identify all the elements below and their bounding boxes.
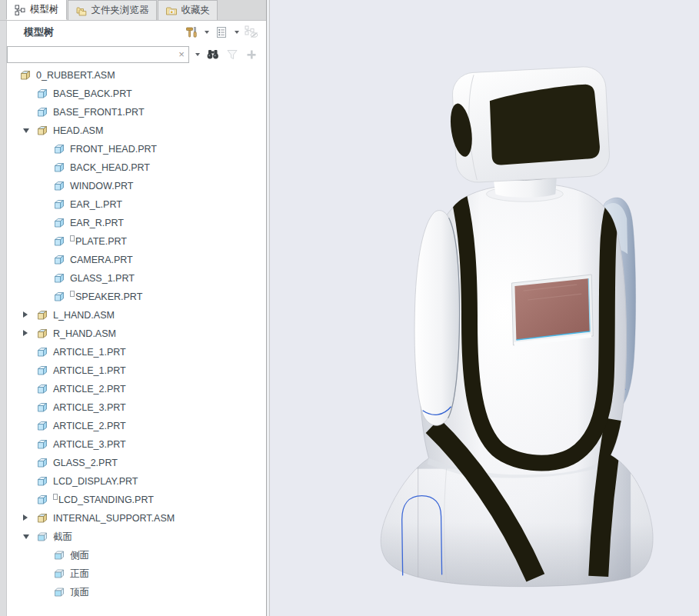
clear-search-icon[interactable]: × bbox=[175, 47, 188, 62]
tree-item[interactable]: ARTICLE_3.PRT bbox=[7, 435, 261, 454]
tree-item[interactable]: 截面 bbox=[7, 528, 261, 546]
tree-item-label: INTERNAL_SUPPORT.ASM bbox=[53, 513, 175, 524]
tree-item-label: PLATE.PRT bbox=[75, 236, 127, 247]
tree-item-label: 截面 bbox=[53, 531, 72, 544]
tree-item-label: BASE_BACK.PRT bbox=[53, 88, 132, 99]
tree-item[interactable]: LCD_STANDING.PRT bbox=[7, 491, 261, 509]
tools-dropdown-caret[interactable] bbox=[201, 24, 211, 41]
tab-favorites[interactable]: 收藏夹 bbox=[158, 0, 218, 20]
expand-arrow[interactable] bbox=[23, 128, 29, 133]
tree-item-label: GLASS_2.PRT bbox=[53, 458, 118, 468]
tree-item-label: BACK_HEAD.PRT bbox=[70, 162, 150, 173]
tree-item[interactable]: BACK_HEAD.PRT bbox=[7, 158, 261, 177]
tree-item[interactable]: 侧面 bbox=[7, 546, 261, 564]
assembly-icon bbox=[19, 69, 32, 82]
part-icon bbox=[36, 494, 48, 506]
tree-item-label: EAR_L.PRT bbox=[70, 199, 122, 210]
tree-item-label: ARTICLE_2.PRT bbox=[53, 384, 126, 395]
search-input[interactable] bbox=[8, 48, 175, 62]
tree-item[interactable]: L_HAND.ASM bbox=[7, 306, 261, 325]
robot-chest-screen bbox=[511, 275, 593, 347]
tree-item[interactable]: SPEAKER.PRT bbox=[7, 288, 261, 306]
tree-item[interactable]: ARTICLE_2.PRT bbox=[7, 380, 261, 398]
tree-item[interactable]: INTERNAL_SUPPORT.ASM bbox=[7, 509, 261, 528]
tree-item[interactable]: EAR_R.PRT bbox=[7, 214, 261, 232]
tree-item[interactable]: ARTICLE_2.PRT bbox=[7, 417, 261, 435]
tree-item-label: ARTICLE_3.PRT bbox=[53, 402, 126, 413]
tree-item[interactable]: PLATE.PRT bbox=[7, 232, 261, 251]
tree-item-label: LCD_STANDING.PRT bbox=[58, 494, 154, 505]
tree-item-label: ARTICLE_1.PRT bbox=[53, 365, 126, 376]
settings-list-icon[interactable] bbox=[213, 24, 230, 41]
tree-item[interactable]: HEAD.ASM bbox=[7, 122, 261, 140]
model-tree-panel: 模型树 文件夹浏览器 bbox=[0, 0, 266, 616]
folder-browser-icon bbox=[75, 5, 88, 17]
tree-item-label: LCD_DISPLAY.PRT bbox=[53, 476, 138, 487]
hidden-marker bbox=[53, 494, 58, 500]
panel-header: 模型树 bbox=[7, 21, 266, 44]
tab-folder-browser[interactable]: 文件夹浏览器 bbox=[68, 0, 157, 20]
panel-tab-bar: 模型树 文件夹浏览器 bbox=[0, 0, 266, 21]
tree-item-label: L_HAND.ASM bbox=[53, 310, 115, 321]
expand-arrow[interactable] bbox=[23, 330, 28, 336]
part-icon bbox=[36, 88, 48, 100]
assembly-icon bbox=[36, 309, 48, 321]
search-dropdown-caret[interactable] bbox=[192, 46, 202, 63]
tree-item-label: 正面 bbox=[70, 568, 89, 581]
expand-arrow[interactable] bbox=[23, 534, 29, 539]
part-icon bbox=[36, 457, 48, 469]
tree-item[interactable]: GLASS_1.PRT bbox=[7, 269, 261, 288]
expand-arrow[interactable] bbox=[23, 311, 28, 318]
tree-item[interactable]: CAMERA.PRT bbox=[7, 251, 261, 269]
tree-item[interactable]: GLASS_2.PRT bbox=[7, 454, 261, 472]
expand-arrow[interactable] bbox=[23, 514, 28, 521]
tree-item[interactable]: WINDOW.PRT bbox=[7, 177, 261, 195]
model-tree-icon bbox=[14, 4, 26, 16]
tree-item-label: ARTICLE_2.PRT bbox=[53, 421, 126, 431]
tree-item[interactable]: FRONT_HEAD.PRT bbox=[7, 140, 261, 158]
tree-item[interactable]: ARTICLE_1.PRT bbox=[7, 343, 261, 361]
tree-item[interactable]: LCD_DISPLAY.PRT bbox=[7, 472, 261, 491]
tools-icon[interactable] bbox=[183, 24, 200, 41]
part-icon bbox=[36, 346, 48, 358]
search-row: × bbox=[7, 44, 266, 65]
tab-label: 模型树 bbox=[30, 3, 59, 16]
tree-item[interactable]: 正面 bbox=[7, 564, 261, 583]
section-icon bbox=[53, 586, 65, 598]
section-icon bbox=[36, 531, 48, 543]
tree-item-label: 顶面 bbox=[70, 586, 89, 599]
tree-item[interactable]: ARTICLE_1.PRT bbox=[7, 361, 261, 380]
cad-application-window: 模型树 文件夹浏览器 bbox=[0, 0, 699, 616]
tree-item[interactable]: R_HAND.ASM bbox=[7, 325, 261, 343]
tree-item[interactable]: EAR_L.PRT bbox=[7, 195, 261, 214]
tree-item-label: R_HAND.ASM bbox=[53, 328, 116, 339]
robot-head bbox=[445, 65, 610, 183]
part-icon bbox=[53, 198, 65, 211]
tree-item-label: GLASS_1.PRT bbox=[70, 273, 135, 284]
tree-item[interactable]: BASE_BACK.PRT bbox=[7, 85, 261, 103]
tab-model-tree[interactable]: 模型树 bbox=[6, 0, 67, 20]
tree-item-label: WINDOW.PRT bbox=[70, 181, 133, 191]
settings-dropdown-caret[interactable] bbox=[231, 24, 241, 41]
assembly-icon bbox=[36, 512, 48, 524]
robot-model-render bbox=[270, 0, 699, 616]
part-icon bbox=[36, 420, 48, 432]
tree-item-label: HEAD.ASM bbox=[53, 125, 103, 136]
part-icon bbox=[36, 383, 48, 395]
tree-item[interactable]: ARTICLE_3.PRT bbox=[7, 398, 261, 417]
tree-item[interactable]: 0_RUBBERT.ASM bbox=[7, 66, 261, 85]
3d-viewport[interactable] bbox=[270, 0, 699, 616]
find-binoculars-icon[interactable] bbox=[205, 46, 221, 63]
part-icon bbox=[53, 217, 65, 229]
tree-item[interactable]: 顶面 bbox=[7, 583, 261, 601]
tree-visibility-icon bbox=[243, 24, 260, 41]
tree-item-label: 侧面 bbox=[70, 549, 89, 562]
hidden-marker bbox=[70, 235, 75, 241]
tree-item-label: EAR_R.PRT bbox=[70, 218, 124, 228]
part-icon bbox=[53, 161, 65, 174]
tree-item-label: FRONT_HEAD.PRT bbox=[70, 144, 157, 155]
tab-label: 文件夹浏览器 bbox=[92, 4, 149, 17]
tree-item-label: BASE_FRONT1.PRT bbox=[53, 107, 145, 118]
tree-item[interactable]: BASE_FRONT1.PRT bbox=[7, 103, 261, 122]
search-box: × bbox=[7, 46, 189, 63]
